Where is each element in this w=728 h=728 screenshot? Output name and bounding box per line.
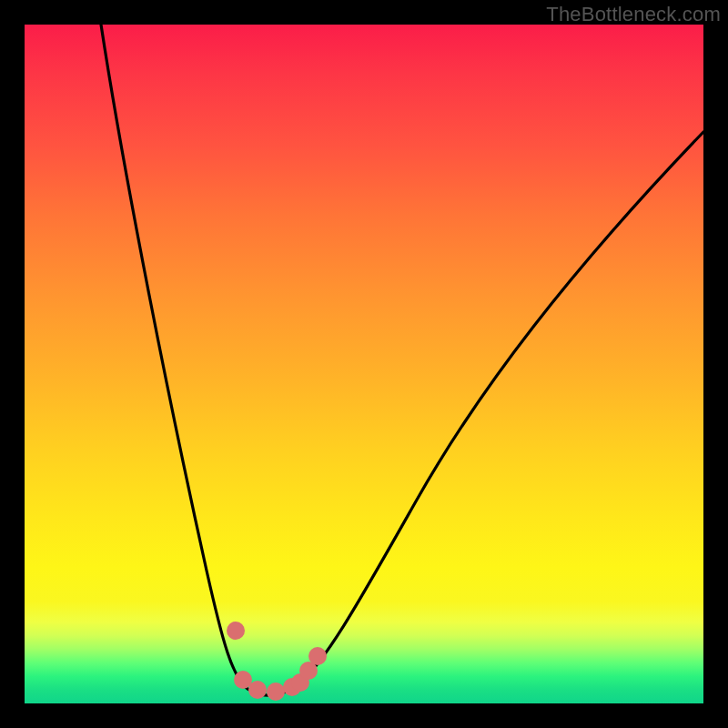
bottleneck-curve — [25, 25, 703, 703]
chart-frame — [25, 25, 703, 703]
marker-dot — [248, 681, 267, 699]
curve-path — [101, 25, 703, 695]
valley-markers — [227, 622, 327, 701]
marker-dot — [267, 682, 285, 701]
marker-dot — [308, 647, 327, 665]
watermark-text: TheBottleneck.com — [546, 3, 721, 26]
marker-dot — [227, 622, 245, 640]
